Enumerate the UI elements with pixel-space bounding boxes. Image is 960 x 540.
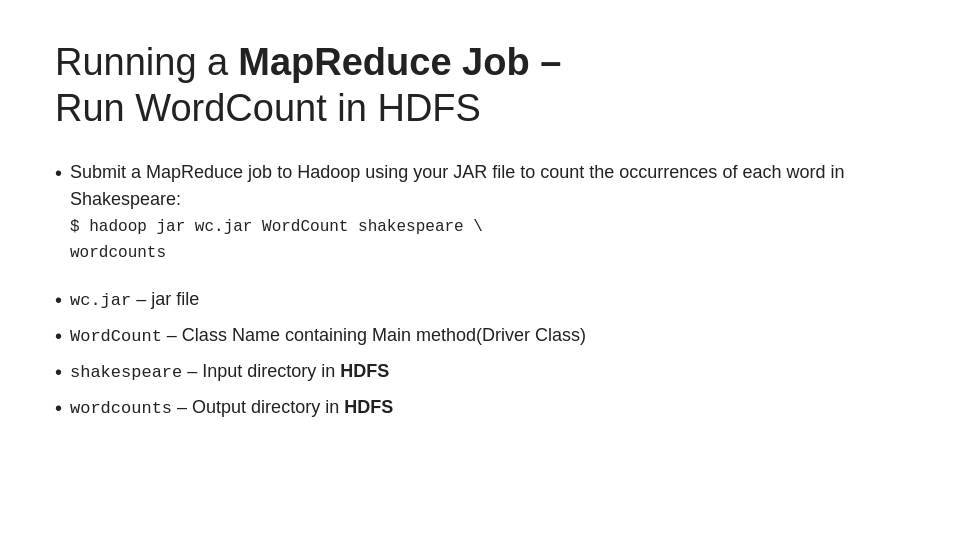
- sub-bullet-3: • shakespeare – Input directory in HDFS: [55, 358, 905, 386]
- title-prefix: Running a: [55, 40, 228, 86]
- content-section: • Submit a MapReduce job to Hadoop using…: [55, 159, 905, 422]
- sub-bullets-section: • wc.jar – jar file • WordCount – Class …: [55, 286, 905, 422]
- sub-code-4: wordcounts: [70, 399, 172, 418]
- sub-desc-1: – jar file: [136, 289, 199, 309]
- code-line-2: wordcounts: [70, 241, 905, 267]
- sub-bullet-1: • wc.jar – jar file: [55, 286, 905, 314]
- slide: Running a MapReduce Job – Run WordCount …: [0, 0, 960, 540]
- sub-dot-1: •: [55, 286, 62, 314]
- code-line-1: $ hadoop jar wc.jar WordCount shakespear…: [70, 215, 905, 241]
- sub-content-4: wordcounts – Output directory in HDFS: [70, 394, 393, 422]
- bullet-dot-1: •: [55, 159, 62, 187]
- title-block: Running a MapReduce Job – Run WordCount …: [55, 40, 905, 131]
- sub-dot-2: •: [55, 322, 62, 350]
- sub-desc-3: – Input directory in: [187, 361, 340, 381]
- sub-code-1: wc.jar: [70, 291, 131, 310]
- sub-dot-4: •: [55, 394, 62, 422]
- sub-content-3: shakespeare – Input directory in HDFS: [70, 358, 389, 386]
- sub-bold-3: HDFS: [340, 361, 389, 381]
- bullet-text-1: Submit a MapReduce job to Hadoop using y…: [70, 162, 844, 209]
- sub-code-3: shakespeare: [70, 363, 182, 382]
- sub-code-2: WordCount: [70, 327, 162, 346]
- sub-dot-3: •: [55, 358, 62, 386]
- sub-desc-4: – Output directory in: [177, 397, 344, 417]
- sub-content-2: WordCount – Class Name containing Main m…: [70, 322, 586, 350]
- sub-desc-2: – Class Name containing Main method(Driv…: [167, 325, 586, 345]
- sub-bullet-2: • WordCount – Class Name containing Main…: [55, 322, 905, 350]
- bullet-content-1: Submit a MapReduce job to Hadoop using y…: [70, 159, 905, 266]
- title-bold: MapReduce Job –: [238, 40, 561, 86]
- bullet-item-1: • Submit a MapReduce job to Hadoop using…: [55, 159, 905, 266]
- title-line1: Running a MapReduce Job –: [55, 40, 905, 86]
- sub-content-1: wc.jar – jar file: [70, 286, 199, 314]
- sub-bold-4: HDFS: [344, 397, 393, 417]
- code-block-1: $ hadoop jar wc.jar WordCount shakespear…: [70, 215, 905, 266]
- title-line2: Run WordCount in HDFS: [55, 86, 905, 132]
- sub-bullet-4: • wordcounts – Output directory in HDFS: [55, 394, 905, 422]
